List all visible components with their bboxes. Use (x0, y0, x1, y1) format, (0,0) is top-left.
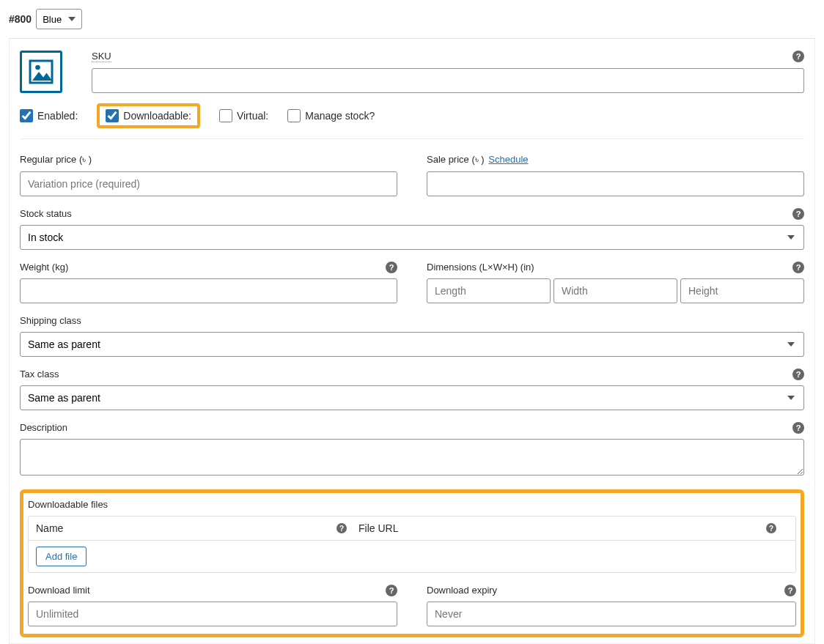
virtual-checkbox[interactable] (219, 109, 232, 122)
download-expiry-input[interactable] (427, 602, 796, 626)
downloadable-highlight: Downloadable: (97, 103, 200, 128)
sku-input[interactable] (92, 68, 804, 93)
help-icon[interactable] (386, 585, 397, 596)
enabled-label: Enabled: (37, 110, 78, 122)
variation-id: #800 (9, 13, 32, 25)
help-icon[interactable] (792, 262, 804, 273)
variation-header: #800 Blue (9, 9, 815, 39)
virtual-checkbox-wrap[interactable]: Virtual: (219, 109, 268, 122)
regular-price-label: Regular price (৳ ) (20, 154, 397, 166)
download-limit-input[interactable] (28, 602, 397, 626)
add-file-button[interactable]: Add file (36, 547, 87, 566)
download-expiry-label: Download expiry (427, 585, 796, 596)
description-textarea[interactable] (20, 439, 804, 475)
downloadable-files-label: Downloadable files (28, 496, 796, 516)
variation-body: SKU Enabled: Downloadable: Virtual: Mana… (9, 39, 815, 644)
variation-image-placeholder[interactable] (20, 51, 62, 93)
enabled-checkbox[interactable] (20, 109, 33, 122)
checkbox-row: Enabled: Downloadable: Virtual: Manage s… (20, 93, 804, 139)
virtual-label: Virtual: (237, 110, 268, 122)
attribute-select[interactable]: Blue (36, 9, 82, 29)
tax-class-select[interactable]: Same as parent (20, 385, 804, 410)
weight-input[interactable] (20, 278, 397, 303)
sale-price-label: Sale price (৳ ) Schedule (427, 154, 804, 166)
regular-price-input[interactable] (20, 171, 397, 196)
help-icon[interactable] (784, 585, 796, 596)
height-input[interactable] (680, 278, 804, 303)
length-input[interactable] (427, 278, 551, 303)
downloadable-checkbox-wrap[interactable]: Downloadable: (106, 109, 191, 122)
image-icon (28, 59, 54, 85)
manage-stock-label: Manage stock? (305, 110, 375, 122)
description-label: Description (20, 422, 804, 433)
file-url-column-header: File URL (358, 522, 788, 534)
weight-label: Weight (kg) (20, 262, 397, 273)
width-input[interactable] (553, 278, 677, 303)
schedule-link[interactable]: Schedule (488, 154, 528, 165)
svg-point-1 (35, 65, 40, 70)
file-name-column-header: Name (36, 522, 358, 534)
help-icon[interactable] (336, 523, 347, 533)
stock-status-label: Stock status (20, 208, 804, 219)
help-icon[interactable] (766, 523, 776, 533)
downloadable-files-table: Name File URL Add file (28, 516, 796, 573)
tax-class-label: Tax class (20, 369, 804, 380)
shipping-class-select[interactable]: Same as parent (20, 332, 804, 357)
shipping-class-label: Shipping class (20, 315, 804, 326)
help-icon[interactable] (792, 422, 804, 434)
download-limit-label: Download limit (28, 585, 397, 596)
manage-stock-checkbox-wrap[interactable]: Manage stock? (287, 109, 375, 122)
dimensions-label: Dimensions (L×W×H) (in) (427, 262, 804, 273)
help-icon[interactable] (792, 51, 804, 62)
sale-price-input[interactable] (427, 171, 804, 196)
enabled-checkbox-wrap[interactable]: Enabled: (20, 109, 78, 122)
manage-stock-checkbox[interactable] (287, 109, 301, 122)
help-icon[interactable] (792, 208, 804, 220)
downloadable-label: Downloadable: (123, 110, 191, 122)
downloadable-checkbox[interactable] (106, 109, 119, 122)
downloadable-section-highlight: Downloadable files Name File URL Add fil… (20, 489, 804, 637)
stock-status-select[interactable]: In stock (20, 225, 804, 250)
sku-label: SKU (92, 51, 804, 62)
help-icon[interactable] (386, 262, 397, 273)
help-icon[interactable] (792, 369, 804, 380)
